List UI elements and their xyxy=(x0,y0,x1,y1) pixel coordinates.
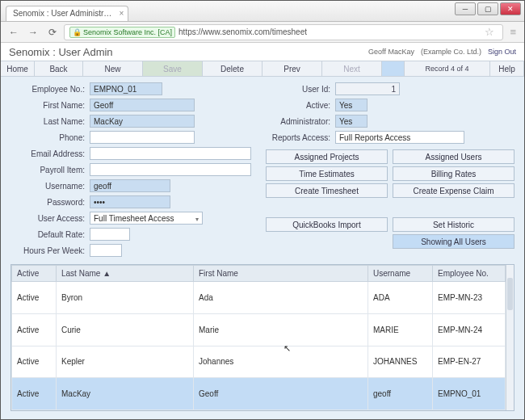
table-row[interactable]: ActiveByronAdaADAEMP-MN-23 xyxy=(12,282,506,314)
close-tab-icon[interactable]: × xyxy=(119,9,124,18)
billing-rates-button[interactable]: Billing Rates xyxy=(393,166,514,181)
administrator-field[interactable]: Yes xyxy=(335,115,368,128)
table-cell: Kepler xyxy=(57,346,194,378)
delete-button[interactable]: Delete xyxy=(203,61,262,76)
form-left-column: Employee No.: EMPNO_01 First Name: Geoff… xyxy=(10,82,251,258)
app-window: Senomix : User Administr… × ─ ▢ ✕ ← → ⟳ … xyxy=(0,0,525,420)
url-input[interactable]: 🔒Senomix Software Inc. [CA] https://www.… xyxy=(64,24,503,40)
password-field[interactable]: •••• xyxy=(90,195,170,208)
lock-icon: 🔒Senomix Software Inc. [CA] xyxy=(69,27,175,38)
col-first-name[interactable]: First Name xyxy=(194,266,368,282)
table-cell: Marie xyxy=(194,313,368,346)
home-button[interactable]: Home xyxy=(1,61,35,76)
table-cell: JOHANNES xyxy=(368,346,433,378)
set-historic-button[interactable]: Set Historic xyxy=(393,217,514,232)
url-text: https://www.senomix.com/timesheet xyxy=(178,27,307,36)
employee-no-label: Employee No.: xyxy=(10,85,85,94)
tab-title: Senomix : User Administr… xyxy=(13,9,111,18)
users-table[interactable]: Active Last Name ▲ First Name Username E… xyxy=(11,265,506,410)
nav-back-button[interactable]: ← xyxy=(6,25,22,40)
phone-field[interactable] xyxy=(90,131,195,144)
default-rate-field[interactable] xyxy=(90,228,130,241)
table-cell: ADA xyxy=(368,282,433,314)
table-cell: EMP-EN-27 xyxy=(433,346,506,378)
email-label: Email Address: xyxy=(10,149,85,158)
col-active[interactable]: Active xyxy=(12,266,57,282)
table-cell: Active xyxy=(12,282,57,314)
last-name-label: Last Name: xyxy=(10,117,85,126)
payroll-field[interactable] xyxy=(90,163,251,176)
record-indicator: Record 4 of 4 xyxy=(405,61,490,76)
reports-access-label: Reports Access: xyxy=(266,133,330,142)
col-last-name[interactable]: Last Name ▲ xyxy=(57,266,194,282)
user-access-label: User Access: xyxy=(10,214,85,223)
browser-menu-icon[interactable]: ≡ xyxy=(506,26,519,38)
browser-tab[interactable]: Senomix : User Administr… × xyxy=(6,6,128,21)
form-right-column: User Id: 1 Active: Yes Administrator: Ye… xyxy=(266,82,514,258)
create-expense-claim-button[interactable]: Create Expense Claim xyxy=(393,183,514,198)
table-cell: Curie xyxy=(57,313,194,346)
default-rate-label: Default Rate: xyxy=(10,230,85,239)
table-cell: MacKay xyxy=(57,378,194,410)
hours-per-week-field[interactable] xyxy=(90,244,122,257)
nav-reload-button[interactable]: ⟳ xyxy=(44,25,61,40)
email-field[interactable] xyxy=(90,147,251,160)
table-row[interactable]: ActiveMacKayGeoffgeoffEMPNO_01 xyxy=(12,378,506,410)
table-row[interactable]: ActiveCurieMarieMARIEEMP-MN-24 xyxy=(12,313,506,346)
form-area: Employee No.: EMPNO_01 First Name: Geoff… xyxy=(1,77,524,261)
prev-button[interactable]: Prev xyxy=(262,61,322,76)
col-employee-no[interactable]: Employee No. xyxy=(433,266,506,282)
hours-per-week-label: Hours Per Week: xyxy=(10,246,85,255)
window-close-button[interactable]: ✕ xyxy=(500,2,521,15)
table-cell: EMPNO_01 xyxy=(433,378,506,410)
secondary-buttons: QuickBooks Import Set Historic Showing A… xyxy=(266,217,514,249)
employee-no-field[interactable]: EMPNO_01 xyxy=(90,82,162,95)
chevron-down-icon xyxy=(195,214,199,223)
page-title: Senomix : User Admin xyxy=(9,46,113,58)
user-access-select[interactable]: Full Timesheet Access xyxy=(90,212,203,225)
table-row[interactable]: ActiveKeplerJohannesJOHANNESEMP-EN-27 xyxy=(12,346,506,378)
assigned-users-button[interactable]: Assigned Users xyxy=(393,149,514,164)
active-field[interactable]: Yes xyxy=(335,99,368,111)
showing-all-users-button[interactable]: Showing All Users xyxy=(393,234,514,249)
page-header: Senomix : User Admin Geoff MacKay (Examp… xyxy=(1,43,524,61)
action-buttons: Assigned Projects Assigned Users Time Es… xyxy=(266,149,514,198)
table-cell: Active xyxy=(12,378,57,410)
last-name-field[interactable]: MacKay xyxy=(90,115,195,128)
user-id-field: 1 xyxy=(335,82,400,95)
window-maximize-button[interactable]: ▢ xyxy=(477,2,498,15)
table-cell: EMP-MN-23 xyxy=(433,282,506,314)
new-button[interactable]: New xyxy=(83,61,143,76)
table-cell: Geoff xyxy=(194,378,368,410)
current-user: Geoff MacKay xyxy=(368,48,414,56)
save-button[interactable]: Save xyxy=(143,61,203,76)
window-minimize-button[interactable]: ─ xyxy=(455,2,476,15)
table-cell: Byron xyxy=(57,282,194,314)
nav-forward-button[interactable]: → xyxy=(25,25,41,40)
table-cell: Active xyxy=(12,313,57,346)
time-estimates-button[interactable]: Time Estimates xyxy=(266,166,388,181)
table-cell: Active xyxy=(12,346,57,378)
col-username[interactable]: Username xyxy=(368,266,433,282)
help-button[interactable]: Help xyxy=(490,61,524,76)
next-button[interactable]: Next xyxy=(322,61,382,76)
users-grid: Active Last Name ▲ First Name Username E… xyxy=(10,264,514,411)
back-button[interactable]: Back xyxy=(35,61,83,76)
browser-address-bar: ← → ⟳ 🔒Senomix Software Inc. [CA] https:… xyxy=(1,22,524,43)
table-cell: geoff xyxy=(368,378,433,410)
create-timesheet-button[interactable]: Create Timesheet xyxy=(266,183,388,198)
active-label: Active: xyxy=(266,101,330,110)
username-field[interactable]: geoff xyxy=(90,179,170,192)
sign-out-link[interactable]: Sign Out xyxy=(488,48,516,56)
grid-scrollbar[interactable] xyxy=(506,265,514,410)
username-label: Username: xyxy=(10,182,85,191)
first-name-field[interactable]: Geoff xyxy=(90,99,195,111)
assigned-projects-button[interactable]: Assigned Projects xyxy=(266,149,388,164)
reports-access-field[interactable]: Full Reports Access xyxy=(335,131,464,144)
table-cell: EMP-MN-24 xyxy=(433,313,506,346)
bookmark-icon[interactable]: ☆ xyxy=(481,26,498,38)
page: Senomix : User Admin Geoff MacKay (Examp… xyxy=(1,43,524,419)
quickbooks-import-button[interactable]: QuickBooks Import xyxy=(266,217,388,232)
administrator-label: Administrator: xyxy=(266,117,330,126)
grid-scrollbar-thumb[interactable] xyxy=(507,278,513,310)
